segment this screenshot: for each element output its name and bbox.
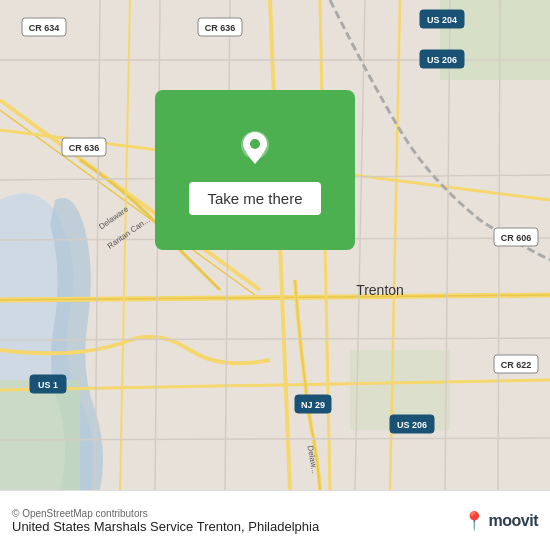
take-me-there-button[interactable]: Take me there xyxy=(189,182,320,215)
svg-text:CR 636: CR 636 xyxy=(205,23,236,33)
bottom-info: © OpenStreetMap contributors United Stat… xyxy=(12,508,319,534)
moovit-logo: 📍 moovit xyxy=(463,510,538,532)
bottom-bar: © OpenStreetMap contributors United Stat… xyxy=(0,490,550,550)
app: CR 634 CR 636 US 204 US 206 CR 636 Delaw… xyxy=(0,0,550,550)
location-panel: Take me there xyxy=(155,90,355,250)
svg-text:CR 622: CR 622 xyxy=(501,360,532,370)
osm-credit: © OpenStreetMap contributors xyxy=(12,508,319,519)
svg-text:NJ 29: NJ 29 xyxy=(301,400,325,410)
location-name: United States Marshals Service Trenton, … xyxy=(12,519,319,534)
svg-point-50 xyxy=(250,139,260,149)
svg-text:US 206: US 206 xyxy=(397,420,427,430)
moovit-brand-text: moovit xyxy=(489,512,538,530)
svg-text:CR 634: CR 634 xyxy=(29,23,60,33)
location-pin-icon xyxy=(233,126,277,170)
svg-text:CR 636: CR 636 xyxy=(69,143,100,153)
svg-text:Trenton: Trenton xyxy=(356,282,404,298)
svg-rect-1 xyxy=(0,380,80,490)
svg-text:US 204: US 204 xyxy=(427,15,457,25)
svg-text:US 206: US 206 xyxy=(427,55,457,65)
svg-text:US 1: US 1 xyxy=(38,380,58,390)
map-container: CR 634 CR 636 US 204 US 206 CR 636 Delaw… xyxy=(0,0,550,490)
svg-text:CR 606: CR 606 xyxy=(501,233,532,243)
moovit-pin-icon: 📍 xyxy=(463,510,485,532)
